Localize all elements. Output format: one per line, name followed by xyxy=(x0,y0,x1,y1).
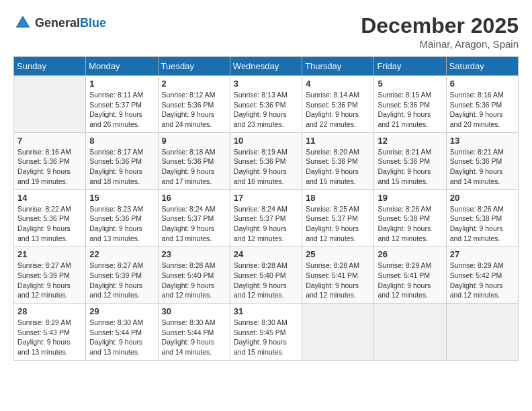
day-info: Sunrise: 8:24 AMSunset: 5:37 PMDaylight:… xyxy=(234,204,298,244)
calendar-week-row: 21Sunrise: 8:27 AMSunset: 5:39 PMDayligh… xyxy=(14,246,519,304)
calendar-day-cell: 6Sunrise: 8:16 AMSunset: 5:36 PMDaylight… xyxy=(446,76,518,133)
calendar-day-cell xyxy=(14,76,86,133)
day-info: Sunrise: 8:24 AMSunset: 5:37 PMDaylight:… xyxy=(162,204,226,244)
day-number: 30 xyxy=(162,306,226,316)
day-info: Sunrise: 8:28 AMSunset: 5:41 PMDaylight:… xyxy=(306,261,370,300)
day-info: Sunrise: 8:28 AMSunset: 5:40 PMDaylight:… xyxy=(162,261,226,300)
day-info: Sunrise: 8:26 AMSunset: 5:38 PMDaylight:… xyxy=(450,204,515,244)
day-info: Sunrise: 8:29 AMSunset: 5:43 PMDaylight:… xyxy=(17,318,82,357)
day-info: Sunrise: 8:16 AMSunset: 5:36 PMDaylight:… xyxy=(17,147,82,187)
day-number: 18 xyxy=(306,193,370,203)
month-year-title: December 2025 xyxy=(361,13,519,38)
day-number: 22 xyxy=(89,249,154,259)
day-info: Sunrise: 8:29 AMSunset: 5:41 PMDaylight:… xyxy=(378,261,442,300)
day-info: Sunrise: 8:13 AMSunset: 5:36 PMDaylight:… xyxy=(234,90,298,130)
calendar-day-cell: 20Sunrise: 8:26 AMSunset: 5:38 PMDayligh… xyxy=(446,189,518,246)
calendar-day-cell: 21Sunrise: 8:27 AMSunset: 5:39 PMDayligh… xyxy=(14,246,86,304)
calendar-day-cell: 14Sunrise: 8:22 AMSunset: 5:36 PMDayligh… xyxy=(14,189,86,246)
calendar-body: 1Sunrise: 8:11 AMSunset: 5:37 PMDaylight… xyxy=(14,76,519,361)
day-number: 15 xyxy=(89,193,154,203)
day-info: Sunrise: 8:30 AMSunset: 5:44 PMDaylight:… xyxy=(162,318,226,357)
calendar-day-cell: 22Sunrise: 8:27 AMSunset: 5:39 PMDayligh… xyxy=(86,246,158,304)
logo-blue: Blue xyxy=(80,16,106,30)
day-info: Sunrise: 8:26 AMSunset: 5:38 PMDaylight:… xyxy=(378,204,442,244)
day-info: Sunrise: 8:16 AMSunset: 5:36 PMDaylight:… xyxy=(450,90,515,130)
day-number: 9 xyxy=(162,136,226,146)
day-number: 26 xyxy=(378,249,442,259)
day-number: 8 xyxy=(89,136,154,146)
day-number: 17 xyxy=(234,193,298,203)
calendar-day-cell: 15Sunrise: 8:23 AMSunset: 5:36 PMDayligh… xyxy=(86,189,158,246)
weekday-header-cell: Thursday xyxy=(302,57,374,76)
day-number: 23 xyxy=(162,249,226,259)
day-number: 13 xyxy=(450,136,515,146)
day-number: 31 xyxy=(234,306,298,316)
calendar-day-cell xyxy=(302,304,374,361)
day-number: 20 xyxy=(450,193,515,203)
day-info: Sunrise: 8:14 AMSunset: 5:36 PMDaylight:… xyxy=(306,90,370,130)
calendar-day-cell: 29Sunrise: 8:30 AMSunset: 5:44 PMDayligh… xyxy=(86,304,158,361)
day-number: 19 xyxy=(378,193,442,203)
day-number: 5 xyxy=(378,79,442,89)
logo-general: General xyxy=(35,16,80,30)
day-number: 11 xyxy=(306,136,370,146)
calendar-day-cell: 2Sunrise: 8:12 AMSunset: 5:36 PMDaylight… xyxy=(158,76,230,133)
day-number: 12 xyxy=(378,136,442,146)
day-number: 3 xyxy=(234,79,298,89)
calendar-day-cell: 12Sunrise: 8:21 AMSunset: 5:36 PMDayligh… xyxy=(374,132,446,189)
calendar-table: SundayMondayTuesdayWednesdayThursdayFrid… xyxy=(13,56,519,361)
day-info: Sunrise: 8:21 AMSunset: 5:36 PMDaylight:… xyxy=(378,147,442,187)
calendar-day-cell: 25Sunrise: 8:28 AMSunset: 5:41 PMDayligh… xyxy=(302,246,374,304)
calendar-week-row: 7Sunrise: 8:16 AMSunset: 5:36 PMDaylight… xyxy=(14,132,519,189)
day-number: 4 xyxy=(306,79,370,89)
day-number: 1 xyxy=(89,79,154,89)
calendar-day-cell xyxy=(374,304,446,361)
day-info: Sunrise: 8:30 AMSunset: 5:44 PMDaylight:… xyxy=(89,318,154,357)
day-info: Sunrise: 8:27 AMSunset: 5:39 PMDaylight:… xyxy=(17,261,82,300)
weekday-header-cell: Wednesday xyxy=(230,57,302,76)
calendar-day-cell: 26Sunrise: 8:29 AMSunset: 5:41 PMDayligh… xyxy=(374,246,446,304)
day-info: Sunrise: 8:11 AMSunset: 5:37 PMDaylight:… xyxy=(89,90,154,130)
day-info: Sunrise: 8:15 AMSunset: 5:36 PMDaylight:… xyxy=(378,90,442,130)
day-info: Sunrise: 8:23 AMSunset: 5:36 PMDaylight:… xyxy=(89,204,154,244)
day-info: Sunrise: 8:25 AMSunset: 5:37 PMDaylight:… xyxy=(306,204,370,244)
day-info: Sunrise: 8:20 AMSunset: 5:36 PMDaylight:… xyxy=(306,147,370,187)
day-number: 28 xyxy=(17,306,82,316)
calendar-day-cell: 30Sunrise: 8:30 AMSunset: 5:44 PMDayligh… xyxy=(158,304,230,361)
calendar-day-cell: 9Sunrise: 8:18 AMSunset: 5:36 PMDaylight… xyxy=(158,132,230,189)
calendar-day-cell: 13Sunrise: 8:21 AMSunset: 5:36 PMDayligh… xyxy=(446,132,518,189)
day-info: Sunrise: 8:12 AMSunset: 5:36 PMDaylight:… xyxy=(162,90,226,130)
day-info: Sunrise: 8:22 AMSunset: 5:36 PMDaylight:… xyxy=(17,204,82,244)
day-number: 16 xyxy=(162,193,226,203)
calendar-day-cell: 23Sunrise: 8:28 AMSunset: 5:40 PMDayligh… xyxy=(158,246,230,304)
day-number: 24 xyxy=(234,249,298,259)
day-info: Sunrise: 8:29 AMSunset: 5:42 PMDaylight:… xyxy=(450,261,515,300)
weekday-header-cell: Monday xyxy=(86,57,158,76)
calendar-day-cell: 1Sunrise: 8:11 AMSunset: 5:37 PMDaylight… xyxy=(86,76,158,133)
location-subtitle: Mainar, Aragon, Spain xyxy=(361,38,519,50)
day-number: 2 xyxy=(162,79,226,89)
day-number: 29 xyxy=(89,306,154,316)
day-info: Sunrise: 8:27 AMSunset: 5:39 PMDaylight:… xyxy=(89,261,154,300)
page-header: GeneralBlue December 2025 Mainar, Aragon… xyxy=(13,13,519,50)
calendar-day-cell xyxy=(446,304,518,361)
calendar-day-cell: 28Sunrise: 8:29 AMSunset: 5:43 PMDayligh… xyxy=(14,304,86,361)
day-info: Sunrise: 8:21 AMSunset: 5:36 PMDaylight:… xyxy=(450,147,515,187)
day-info: Sunrise: 8:19 AMSunset: 5:36 PMDaylight:… xyxy=(234,147,298,187)
calendar-week-row: 1Sunrise: 8:11 AMSunset: 5:37 PMDaylight… xyxy=(14,76,519,133)
day-number: 6 xyxy=(450,79,515,89)
day-info: Sunrise: 8:17 AMSunset: 5:36 PMDaylight:… xyxy=(89,147,154,187)
calendar-day-cell: 31Sunrise: 8:30 AMSunset: 5:45 PMDayligh… xyxy=(230,304,302,361)
weekday-header-cell: Saturday xyxy=(446,57,518,76)
calendar-day-cell: 11Sunrise: 8:20 AMSunset: 5:36 PMDayligh… xyxy=(302,132,374,189)
generalblue-icon xyxy=(13,13,32,32)
calendar-day-cell: 19Sunrise: 8:26 AMSunset: 5:38 PMDayligh… xyxy=(374,189,446,246)
logo: GeneralBlue xyxy=(13,13,106,32)
day-number: 21 xyxy=(17,249,82,259)
calendar-day-cell: 24Sunrise: 8:28 AMSunset: 5:40 PMDayligh… xyxy=(230,246,302,304)
weekday-header-cell: Friday xyxy=(374,57,446,76)
calendar-day-cell: 10Sunrise: 8:19 AMSunset: 5:36 PMDayligh… xyxy=(230,132,302,189)
calendar-day-cell: 17Sunrise: 8:24 AMSunset: 5:37 PMDayligh… xyxy=(230,189,302,246)
day-number: 27 xyxy=(450,249,515,259)
calendar-day-cell: 7Sunrise: 8:16 AMSunset: 5:36 PMDaylight… xyxy=(14,132,86,189)
